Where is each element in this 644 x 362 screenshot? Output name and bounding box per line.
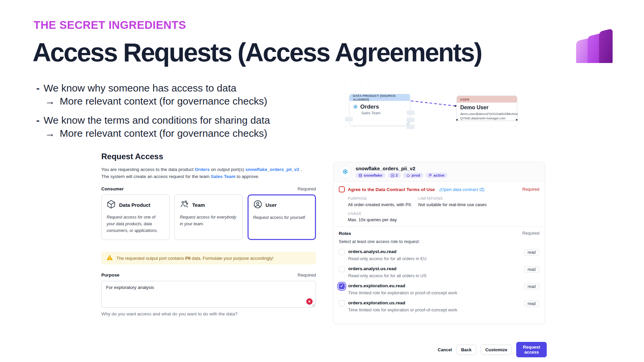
consumer-required-badge: Required bbox=[298, 186, 316, 191]
role-name: orders.exploration.eu.read bbox=[348, 283, 457, 288]
role-permission-badge: read bbox=[524, 266, 539, 273]
orders-link[interactable]: Orders bbox=[195, 167, 210, 172]
intro-text: You are requesting access to the data pr… bbox=[101, 167, 195, 172]
bullet-item: -We know why someone has access to data … bbox=[36, 81, 270, 108]
cancel-button[interactable]: Cancel bbox=[438, 347, 452, 352]
sales-team-link[interactable]: Sales Team bbox=[211, 174, 235, 179]
pii-warning-banner: The requested output port contains PII d… bbox=[101, 252, 316, 264]
form-actions: Cancel Back Customize Request access bbox=[438, 342, 547, 357]
database-icon bbox=[359, 174, 362, 177]
user-email: demo.user@demo2TjOGOaEkGfbkc6Xe QY0xE.da… bbox=[457, 111, 517, 120]
consumer-card-title: Data Product bbox=[119, 202, 150, 208]
consumer-card-user[interactable]: User Request access for yourself. bbox=[248, 194, 316, 240]
role-name: orders.analyst.us.read bbox=[348, 266, 426, 271]
role-desc: Time limited role for exploration or pro… bbox=[348, 290, 457, 295]
consumer-card-title: Team bbox=[192, 202, 205, 208]
role-checkbox[interactable] bbox=[339, 300, 345, 306]
open-data-contract-link[interactable]: (Open data contract ) bbox=[439, 187, 484, 192]
form-intro: You are requesting access to the data pr… bbox=[101, 166, 318, 180]
intro-text: to approve. bbox=[235, 174, 259, 179]
user-node[interactable]: USER Demo User demo.user@demo2TjOGOaEkGf… bbox=[457, 96, 517, 121]
output-port-detail-panel: ❄ snowflake_orders_pii_v2 snowflake bbox=[333, 162, 545, 324]
role-checkbox[interactable] bbox=[339, 266, 345, 272]
flag-icon bbox=[429, 174, 432, 177]
arrow-icon: → bbox=[45, 95, 55, 108]
team-icon bbox=[180, 200, 189, 210]
data-mesh-diagram: DATA PRODUCT (SOURCE-ALIGNED) ❄ Orders S… bbox=[342, 82, 531, 134]
consumer-type-cards: Data Product Request access for one of y… bbox=[101, 194, 316, 240]
purpose-field-wrap: For exploratory analysis ✕ bbox=[101, 281, 316, 308]
intro-text: . bbox=[299, 167, 302, 172]
role-desc: Time limited role for exploration or pro… bbox=[348, 307, 457, 312]
purpose-required-badge: Required bbox=[298, 273, 316, 278]
data-product-node[interactable]: DATA PRODUCT (SOURCE-ALIGNED) ❄ Orders S… bbox=[349, 94, 410, 126]
customize-button[interactable]: Customize bbox=[481, 345, 512, 355]
intro-text: The system will create an access request… bbox=[101, 174, 211, 179]
output-port-link[interactable]: snowflake_orders_pii_v2 bbox=[246, 167, 300, 172]
consumer-card-title: User bbox=[266, 202, 277, 208]
node-subtitle: Sales Team bbox=[350, 110, 410, 115]
cloud-icon bbox=[406, 174, 410, 177]
bullet-subtext: More relevant context (for governance ch… bbox=[60, 127, 267, 140]
snowflake-icon: ❄ bbox=[339, 166, 352, 178]
roles-required-badge: Required bbox=[522, 231, 539, 236]
consumer-card-team[interactable]: Team Request access for everybody in you… bbox=[174, 194, 243, 240]
input-port bbox=[345, 117, 353, 121]
output-port-title: snowflake_orders_pii_v2 bbox=[356, 166, 447, 171]
role-name: orders.exploration.us.read bbox=[348, 300, 457, 305]
datamesh-manager-logo bbox=[574, 19, 614, 63]
role-checkbox[interactable] bbox=[339, 283, 345, 289]
purpose-helper-text: Why do you want access and what do you w… bbox=[101, 311, 237, 316]
role-row: orders.exploration.eu.read Time limited … bbox=[339, 283, 539, 295]
request-access-button[interactable]: Request access bbox=[516, 342, 547, 357]
role-name: orders.analyst.eu.read bbox=[348, 249, 426, 254]
snowflake-icon: ❄ bbox=[353, 104, 358, 110]
eyebrow: THE SECRET INGREDIENTS bbox=[34, 19, 186, 32]
form-title: Request Access bbox=[101, 152, 163, 161]
role-desc: Read-only access for for all orders in E… bbox=[348, 256, 426, 261]
status-badge: active bbox=[426, 173, 448, 178]
external-link-icon bbox=[479, 188, 483, 191]
agree-terms-label: Agree to the Data Contract Terms of Use bbox=[348, 187, 435, 192]
contract-limitations: LIMITATIONS Not suitable for real-time u… bbox=[418, 196, 539, 207]
node-title: Orders bbox=[360, 104, 379, 110]
contract-purpose: PURPOSE All order-created events, with P… bbox=[348, 196, 418, 207]
agree-terms-checkbox[interactable] bbox=[339, 186, 345, 192]
roles-subtitle: Select at least one access role to reque… bbox=[339, 239, 539, 244]
page-title: Access Requests (Access Agreements) bbox=[33, 38, 482, 67]
version-badge: 2 bbox=[388, 173, 401, 178]
role-permission-badge: read bbox=[524, 283, 539, 290]
consumer-card-data-product[interactable]: Data Product Request access for one of y… bbox=[101, 194, 170, 240]
bullet-dash: - bbox=[36, 81, 44, 95]
back-button[interactable]: Back bbox=[457, 345, 476, 355]
node-type-header: DATA PRODUCT (SOURCE-ALIGNED) bbox=[350, 94, 410, 101]
technology-badge: snowflake bbox=[356, 173, 385, 178]
role-row: orders.analyst.us.read Read-only access … bbox=[339, 266, 539, 278]
purpose-input[interactable]: For exploratory analysis bbox=[102, 281, 316, 307]
node-title: Demo User bbox=[457, 103, 517, 111]
role-desc: Read-only access for for all orders in U… bbox=[348, 273, 426, 278]
contract-usage: USAGE Max. 10x queries per day bbox=[348, 212, 418, 222]
bullet-text: We know the terms and conditions for sha… bbox=[44, 114, 270, 127]
bullet-dash: - bbox=[36, 114, 44, 127]
consumer-card-desc: Request access for everybody in your tea… bbox=[180, 214, 237, 227]
version-icon bbox=[391, 174, 394, 177]
roles-section: Roles Required Select at least one acces… bbox=[333, 227, 545, 317]
cube-icon bbox=[107, 200, 116, 210]
purpose-label: Purpose bbox=[101, 273, 119, 278]
data-contract-section: Agree to the Data Contract Terms of Use … bbox=[333, 182, 545, 227]
resize-handle-icon[interactable] bbox=[405, 120, 410, 125]
warning-icon bbox=[107, 255, 113, 261]
contract-required-badge: Required bbox=[522, 187, 539, 192]
consumer-card-desc: Request access for yourself. bbox=[253, 214, 311, 221]
node-port-dot bbox=[516, 119, 518, 121]
role-row: orders.analyst.eu.read Read-only access … bbox=[339, 249, 539, 261]
role-checkbox[interactable] bbox=[339, 249, 345, 255]
consumer-label: Consumer bbox=[101, 186, 124, 191]
textarea-resize-icon[interactable] bbox=[311, 303, 315, 307]
bullet-subtext: More relevant context (for governance ch… bbox=[60, 95, 267, 108]
warning-text: The requested output port contains PII d… bbox=[116, 256, 273, 261]
node-type-header: USER bbox=[457, 96, 517, 103]
arrow-icon: → bbox=[45, 127, 55, 140]
roles-label: Roles bbox=[339, 231, 351, 236]
